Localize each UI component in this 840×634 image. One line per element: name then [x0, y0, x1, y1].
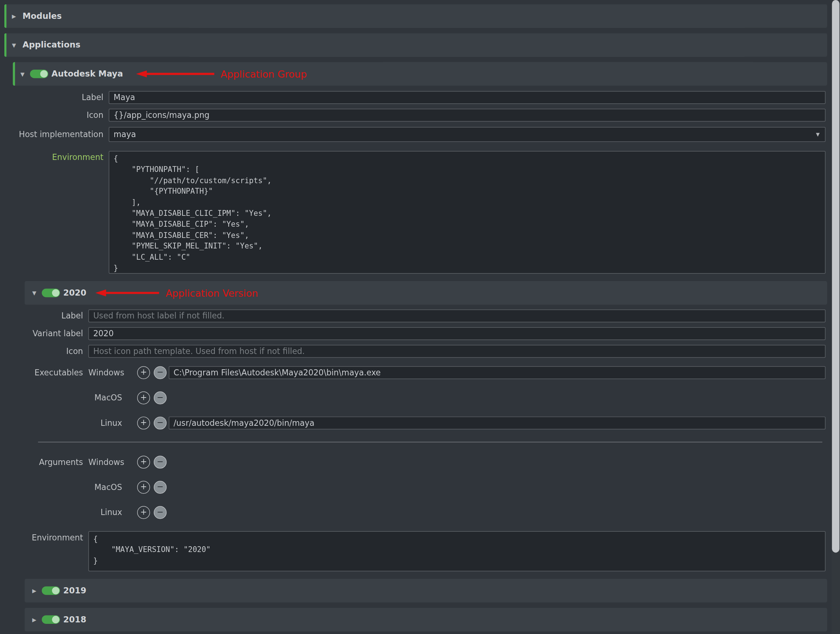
settings-page: ▶ Modules ▼ Applications ▼ Autodesk Maya	[0, 0, 840, 634]
label-field-label: Label	[13, 93, 103, 102]
collapse-expanded-icon[interactable]: ▼	[9, 42, 20, 48]
executables-macos-label: MacOS	[88, 393, 122, 402]
add-argument-macos-button[interactable]: +	[137, 481, 150, 493]
toggle-knob	[52, 616, 60, 623]
version-label-field-label: Label	[25, 311, 83, 321]
chevron-down-icon: ▼	[816, 132, 819, 137]
environment-label: Environment	[13, 151, 103, 162]
maya-group-body: Label Icon Host implementation maya ▼	[13, 91, 827, 281]
field-row-host-implementation: Host implementation maya ▼	[13, 127, 826, 142]
collapse-expanded-icon[interactable]: ▼	[17, 71, 28, 77]
version-2018-header[interactable]: ▶ 2018	[25, 608, 827, 631]
add-executable-linux-button[interactable]: +	[137, 416, 150, 429]
add-argument-linux-button[interactable]: +	[137, 506, 150, 518]
arguments-windows-label: Windows	[88, 457, 122, 467]
version-environment-textarea[interactable]: { "MAYA_VERSION": "2020" }	[88, 531, 826, 572]
label-input[interactable]	[109, 91, 826, 104]
icon-field-label: Icon	[13, 110, 103, 120]
version-2018-enabled-toggle[interactable]	[42, 615, 60, 624]
annotation-application-version: Application Version	[166, 287, 258, 298]
version-icon-input[interactable]	[88, 345, 826, 358]
collapse-collapsed-icon[interactable]: ▶	[29, 588, 40, 593]
executable-windows-input[interactable]	[169, 366, 826, 379]
remove-executable-windows-button[interactable]: −	[154, 366, 167, 379]
maya-group-accent-bar	[13, 62, 15, 85]
collapse-collapsed-icon[interactable]: ▶	[9, 13, 20, 19]
variant-label-input[interactable]	[88, 327, 826, 340]
maya-group-title: Autodesk Maya	[52, 69, 123, 79]
version-label-input[interactable]	[88, 309, 826, 322]
version-2019-enabled-toggle[interactable]	[42, 587, 60, 595]
arguments-linux-row: Linux + −	[25, 506, 826, 519]
version-2020-body: Label Variant label Icon	[25, 309, 827, 579]
field-row-variant-label: Variant label	[25, 327, 826, 340]
executables-windows-label: Windows	[88, 368, 122, 378]
version-2020-header[interactable]: ▼ 2020 Application Version	[25, 281, 827, 305]
field-row-icon: Icon	[13, 109, 826, 121]
executable-linux-input[interactable]	[169, 416, 826, 429]
variant-label-field-label: Variant label	[25, 329, 83, 339]
version-2019-header[interactable]: ▶ 2019	[25, 579, 827, 602]
executables-macos-row: MacOS + −	[25, 391, 826, 404]
executables-linux-label: Linux	[88, 418, 122, 427]
section-applications-header[interactable]: ▼ Applications	[4, 33, 827, 57]
version-2020-title: 2020	[63, 288, 86, 298]
settings-window: ▶ Modules ▼ Applications ▼ Autodesk Maya	[0, 0, 840, 634]
collapse-expanded-icon[interactable]: ▼	[29, 290, 40, 296]
field-row-version-environment: Environment { "MAYA_VERSION": "2020" }	[25, 531, 826, 572]
version-2020-enabled-toggle[interactable]	[42, 289, 60, 297]
field-row-environment: Environment { "PYTHONPATH": [ "//path/to…	[13, 151, 826, 273]
version-2018-title: 2018	[63, 615, 86, 625]
executables-label: Executables	[25, 368, 83, 378]
application-version-2019: ▶ 2019	[25, 579, 827, 602]
scrollbar-track[interactable]	[831, 0, 840, 634]
version-icon-field-label: Icon	[25, 346, 83, 356]
host-implementation-label: Host implementation	[13, 129, 103, 139]
toggle-knob	[52, 587, 60, 595]
host-implementation-dropdown[interactable]: maya ▼	[109, 127, 826, 142]
arguments-windows-row: Arguments Windows + −	[25, 455, 826, 468]
collapse-collapsed-icon[interactable]: ▶	[29, 617, 40, 622]
version-environment-label: Environment	[25, 531, 83, 543]
maya-group-header[interactable]: ▼ Autodesk Maya Application Group	[13, 62, 827, 85]
remove-argument-linux-button[interactable]: −	[154, 506, 167, 518]
host-implementation-value: maya	[114, 129, 816, 139]
annotation-application-group: Application Group	[221, 68, 307, 79]
remove-executable-linux-button[interactable]: −	[154, 416, 167, 429]
field-row-version-icon: Icon	[25, 345, 826, 358]
environment-textarea[interactable]: { "PYTHONPATH": [ "//path/to/custom/scri…	[109, 151, 826, 273]
application-group-autodesk-maya: ▼ Autodesk Maya Application Group Label	[13, 62, 827, 631]
section-modules-header[interactable]: ▶ Modules	[4, 4, 827, 28]
section-divider	[38, 442, 822, 442]
add-executable-macos-button[interactable]: +	[137, 391, 150, 404]
arguments-macos-label: MacOS	[88, 482, 122, 492]
toggle-knob	[40, 70, 48, 77]
executables-linux-row: Linux + −	[25, 416, 826, 429]
application-version-2020: ▼ 2020 Application Version Label	[25, 281, 827, 579]
arguments-linux-label: Linux	[88, 508, 122, 517]
icon-input[interactable]	[109, 109, 826, 121]
applications-accent-bar	[4, 33, 6, 57]
remove-argument-windows-button[interactable]: −	[154, 456, 167, 468]
annotation-arrow-left-icon	[136, 69, 215, 78]
remove-argument-macos-button[interactable]: −	[154, 481, 167, 493]
application-version-2018: ▶ 2018	[25, 608, 827, 631]
annotation-arrow-left-icon	[95, 289, 160, 297]
section-modules-title: Modules	[22, 11, 62, 21]
version-2019-title: 2019	[63, 586, 86, 596]
arguments-label: Arguments	[25, 457, 83, 467]
executables-windows-row: Executables Windows + −	[25, 366, 826, 379]
arguments-macos-row: MacOS + −	[25, 480, 826, 494]
toggle-knob	[52, 289, 60, 296]
maya-group-enabled-toggle[interactable]	[30, 69, 48, 78]
add-argument-windows-button[interactable]: +	[137, 456, 150, 468]
remove-executable-macos-button[interactable]: −	[154, 391, 167, 404]
field-row-label: Label	[13, 91, 826, 104]
add-executable-windows-button[interactable]: +	[137, 366, 150, 379]
field-row-version-label: Label	[25, 309, 826, 322]
scrollbar-thumb[interactable]	[832, 0, 840, 553]
modules-accent-bar	[4, 4, 6, 28]
section-applications-title: Applications	[22, 40, 81, 50]
